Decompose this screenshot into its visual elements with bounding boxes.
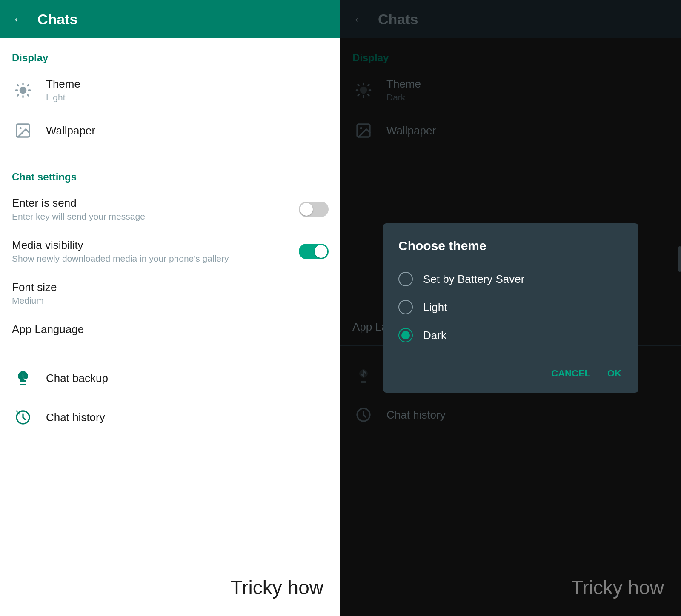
chat-backup-icon: [12, 367, 34, 389]
left-watermark: Tricky how: [231, 576, 323, 599]
radio-label-light: Light: [423, 301, 447, 314]
left-media-visibility-toggle-knob: [315, 245, 327, 258]
left-header: ← Chats: [0, 0, 340, 38]
dialog-ok-button[interactable]: OK: [606, 365, 623, 382]
left-enter-is-send-toggle[interactable]: [299, 202, 329, 217]
left-media-visibility-toggle[interactable]: [299, 244, 329, 259]
wallpaper-icon: [12, 120, 34, 142]
choose-theme-dialog: Choose theme Set by Battery Saver Light …: [383, 223, 638, 393]
dialog-title: Choose theme: [398, 239, 623, 253]
left-font-size-item[interactable]: Font size Medium: [0, 272, 340, 314]
left-wallpaper-title: Wallpaper: [46, 124, 329, 137]
dialog-overlay: Choose theme Set by Battery Saver Light …: [340, 0, 681, 616]
left-theme-title: Theme: [46, 77, 329, 91]
chat-history-icon: [12, 406, 34, 428]
left-app-language-text: App Language: [12, 323, 329, 336]
left-media-visibility-toggle-container[interactable]: [299, 244, 329, 259]
left-media-visibility-subtitle: Show newly downloaded media in your phon…: [12, 254, 287, 264]
left-chat-backup-text: Chat backup: [46, 372, 329, 385]
radio-circle-battery-saver: [398, 272, 413, 286]
left-theme-subtitle: Light: [46, 92, 329, 103]
left-enter-is-send-subtitle: Enter key will send your message: [12, 211, 287, 222]
left-font-size-text: Font size Medium: [12, 281, 329, 306]
left-font-size-title: Font size: [12, 281, 329, 294]
left-display-section: Display: [0, 38, 340, 69]
left-chat-backup-item[interactable]: Chat backup: [0, 359, 340, 398]
left-chat-settings-section: Chat settings: [0, 157, 340, 188]
left-chat-history-item[interactable]: Chat history: [0, 398, 340, 437]
left-enter-is-send-title: Enter is send: [12, 197, 287, 210]
dialog-cancel-button[interactable]: CANCEL: [549, 365, 592, 382]
left-back-button[interactable]: ←: [12, 11, 26, 27]
left-media-visibility-text: Media visibility Show newly downloaded m…: [12, 239, 287, 264]
left-enter-is-send-toggle-container[interactable]: [299, 202, 329, 217]
right-panel: ← Chats Display Theme Dark Wallpaper: [340, 0, 681, 616]
left-enter-is-send-text: Enter is send Enter key will send your m…: [12, 197, 287, 222]
svg-point-2: [20, 127, 22, 129]
left-divider-2: [0, 348, 340, 348]
radio-label-dark: Dark: [423, 329, 446, 342]
radio-option-light[interactable]: Light: [398, 293, 623, 321]
left-enter-is-send-toggle-knob: [300, 203, 313, 216]
svg-point-0: [20, 86, 27, 94]
left-media-visibility-item[interactable]: Media visibility Show newly downloaded m…: [0, 230, 340, 272]
left-chat-history-title: Chat history: [46, 411, 329, 424]
radio-option-dark[interactable]: Dark: [398, 321, 623, 349]
left-font-size-subtitle: Medium: [12, 296, 329, 306]
left-enter-is-send-item[interactable]: Enter is send Enter key will send your m…: [0, 188, 340, 230]
radio-circle-light: [398, 300, 413, 314]
left-chat-history-text: Chat history: [46, 411, 329, 424]
left-theme-text: Theme Light: [46, 77, 329, 103]
left-header-title: Chats: [37, 11, 77, 28]
radio-option-battery-saver[interactable]: Set by Battery Saver: [398, 265, 623, 293]
radio-inner-dark: [401, 331, 410, 339]
left-app-language-item[interactable]: App Language: [0, 314, 340, 345]
left-wallpaper-item[interactable]: Wallpaper: [0, 111, 340, 150]
left-wallpaper-text: Wallpaper: [46, 124, 329, 137]
theme-icon: [12, 79, 34, 101]
left-panel: ← Chats Display Theme Light Wallpaper: [0, 0, 340, 616]
radio-label-battery-saver: Set by Battery Saver: [423, 273, 524, 286]
radio-circle-dark: [398, 328, 413, 342]
left-theme-item[interactable]: Theme Light: [0, 69, 340, 111]
left-chat-backup-title: Chat backup: [46, 372, 329, 385]
left-divider-1: [0, 154, 340, 154]
left-media-visibility-title: Media visibility: [12, 239, 287, 252]
dialog-buttons: CANCEL OK: [398, 359, 623, 382]
left-app-language-title: App Language: [12, 323, 329, 336]
